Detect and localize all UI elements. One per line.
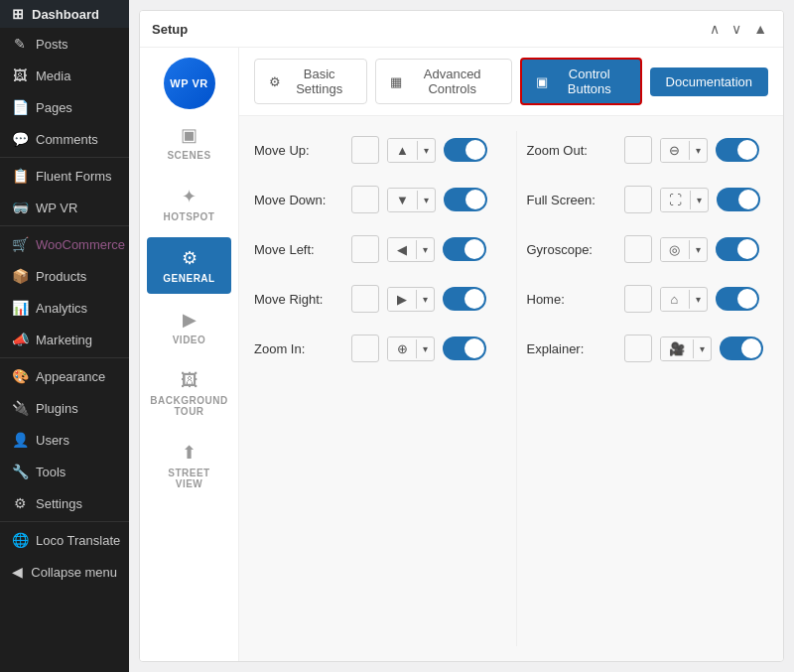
sidebar-item-settings[interactable]: ⚙ Settings — [0, 487, 129, 519]
setup-title: Setup — [152, 22, 188, 37]
full-screen-icon-btn[interactable]: ⛶ — [661, 189, 690, 211]
documentation-button[interactable]: Documentation — [650, 67, 768, 96]
sidebar-dashboard[interactable]: ⊞ Dashboard — [0, 0, 129, 28]
sidebar-item-comments[interactable]: 💬 Comments — [0, 123, 129, 155]
move-right-dropdown-arrow[interactable]: ▾ — [416, 290, 434, 309]
move-right-icon-btn[interactable]: ▶ — [388, 288, 416, 311]
sidebar-item-products[interactable]: 📦 Products — [0, 260, 129, 292]
full-screen-dropdown-arrow[interactable]: ▾ — [690, 191, 708, 209]
sidebar-item-posts[interactable]: ✎ Posts — [0, 28, 129, 60]
move-down-dropdown-arrow[interactable]: ▾ — [417, 191, 435, 209]
move-left-icon-btn[interactable]: ◀ — [388, 238, 416, 261]
nav-item-street-view[interactable]: ⬆ STREET VIEW — [147, 432, 231, 499]
sidebar-item-media[interactable]: 🖼 Media — [0, 60, 129, 91]
nav-item-general[interactable]: ⚙ GENERAL — [147, 237, 231, 294]
move-left-dropdown-arrow[interactable]: ▾ — [416, 240, 434, 259]
gyroscope-icon-btn[interactable]: ◎ — [661, 238, 689, 261]
tab-label: Basic Settings — [286, 67, 352, 96]
products-icon: 📦 — [12, 268, 28, 284]
sidebar-item-appearance[interactable]: 🎨 Appearance — [0, 360, 129, 392]
background-tour-icon: 🖼 — [181, 370, 198, 391]
sidebar-item-label: Collapse menu — [31, 565, 117, 580]
move-down-toggle[interactable] — [444, 188, 487, 211]
full-screen-color[interactable] — [624, 186, 652, 213]
sidebar-item-loco-translate[interactable]: 🌐 Loco Translate — [0, 524, 129, 556]
zoom-in-icon-btn[interactable]: ⊕ — [388, 337, 416, 360]
panel-expand-button[interactable]: ∧ — [706, 19, 724, 39]
main-content: Setup ∧ ∨ ▲ WP VR ▣ SCENES ✦ HOTSPO — [129, 0, 794, 672]
home-dropdown-arrow[interactable]: ▾ — [689, 290, 707, 309]
tab-advanced-controls[interactable]: ▦ Advanced Controls — [375, 59, 512, 104]
gyroscope-color[interactable] — [624, 235, 652, 263]
move-up-toggle[interactable] — [444, 138, 487, 162]
move-right-color[interactable] — [351, 285, 379, 313]
hotspot-icon: ✦ — [182, 186, 197, 207]
explainer-color[interactable] — [624, 335, 652, 362]
sidebar-item-analytics[interactable]: 📊 Analytics — [0, 292, 129, 324]
move-up-dropdown-arrow[interactable]: ▾ — [417, 141, 435, 160]
nav-item-video[interactable]: ▶ VIDEO — [147, 299, 231, 355]
move-left-color[interactable] — [351, 235, 379, 263]
fluent-forms-icon: 📋 — [12, 168, 28, 184]
zoom-out-color[interactable] — [624, 136, 652, 164]
explainer-toggle[interactable] — [720, 336, 763, 360]
marketing-icon: 📣 — [12, 332, 28, 347]
sidebar-item-woocommerce[interactable]: 🛒 WooCommerce — [0, 228, 129, 260]
control-row-explainer: Explainer: 🎥 ▾ — [527, 330, 769, 367]
sidebar: ⊞ Dashboard ✎ Posts 🖼 Media 📄 Pages 💬 Co… — [0, 0, 129, 672]
gyroscope-dropdown-arrow[interactable]: ▾ — [689, 240, 707, 259]
sidebar-item-users[interactable]: 👤 Users — [0, 424, 129, 456]
panel-collapse-button[interactable]: ∨ — [728, 19, 745, 39]
gyroscope-toggle[interactable] — [716, 237, 759, 261]
sidebar-item-label: Plugins — [36, 401, 78, 416]
move-left-icon-select: ◀ ▾ — [387, 237, 435, 262]
move-down-icon-select: ▼ ▾ — [387, 188, 436, 212]
media-icon: 🖼 — [12, 67, 28, 83]
setup-header: Setup ∧ ∨ ▲ — [140, 11, 783, 48]
sidebar-item-label: Analytics — [36, 301, 87, 316]
zoom-out-icon-btn[interactable]: ⊖ — [661, 139, 689, 162]
plugins-icon: 🔌 — [12, 400, 28, 416]
move-up-color[interactable] — [351, 136, 379, 164]
content-area: ⚙ Basic Settings ▦ Advanced Controls ▣ C… — [239, 48, 783, 661]
tab-basic-settings[interactable]: ⚙ Basic Settings — [254, 59, 367, 104]
comments-icon: 💬 — [12, 131, 28, 147]
posts-icon: ✎ — [12, 36, 28, 52]
nav-item-background-tour[interactable]: 🖼 BACKGROUND TOUR — [147, 360, 231, 427]
tab-control-buttons[interactable]: ▣ Control Buttons — [520, 58, 642, 105]
sidebar-item-label: Marketing — [36, 333, 92, 347]
sidebar-item-plugins[interactable]: 🔌 Plugins — [0, 392, 129, 424]
move-up-icon-select: ▲ ▾ — [387, 138, 436, 163]
explainer-icon-btn[interactable]: 🎥 — [661, 337, 693, 360]
move-left-label: Move Left: — [254, 242, 343, 257]
sidebar-divider-4 — [0, 521, 129, 522]
full-screen-toggle[interactable] — [717, 188, 760, 211]
move-down-icon-btn[interactable]: ▼ — [388, 189, 417, 211]
zoom-in-toggle[interactable] — [443, 336, 486, 360]
home-icon-btn[interactable]: ⌂ — [661, 288, 689, 311]
move-left-toggle[interactable] — [443, 237, 486, 261]
sidebar-item-pages[interactable]: 📄 Pages — [0, 91, 129, 123]
sidebar-item-collapse-menu[interactable]: ◀ Collapse menu — [0, 556, 129, 588]
sidebar-item-wp-vr[interactable]: 🥽 WP VR — [0, 192, 129, 223]
zoom-out-dropdown-arrow[interactable]: ▾ — [689, 141, 707, 160]
home-color[interactable] — [624, 285, 652, 313]
panel-close-button[interactable]: ▲ — [749, 19, 771, 39]
sidebar-item-fluent-forms[interactable]: 📋 Fluent Forms — [0, 160, 129, 192]
nav-item-scenes[interactable]: ▣ SCENES — [147, 114, 231, 171]
nav-label: BACKGROUND TOUR — [150, 395, 227, 417]
move-right-toggle[interactable] — [443, 287, 486, 311]
tab-label: Advanced Controls — [407, 67, 497, 96]
sidebar-item-tools[interactable]: 🔧 Tools — [0, 456, 129, 487]
zoom-in-track — [443, 336, 486, 360]
move-up-icon-btn[interactable]: ▲ — [388, 139, 417, 162]
nav-item-hotspot[interactable]: ✦ HOTSPOT — [147, 176, 231, 232]
zoom-in-dropdown-arrow[interactable]: ▾ — [416, 339, 434, 358]
sidebar-item-marketing[interactable]: 📣 Marketing — [0, 324, 129, 355]
explainer-dropdown-arrow[interactable]: ▾ — [693, 339, 711, 358]
zoom-in-color[interactable] — [351, 335, 379, 362]
zoom-out-toggle[interactable] — [716, 138, 759, 162]
scenes-icon: ▣ — [181, 124, 198, 146]
home-toggle[interactable] — [716, 287, 759, 311]
move-down-color[interactable] — [351, 186, 379, 213]
